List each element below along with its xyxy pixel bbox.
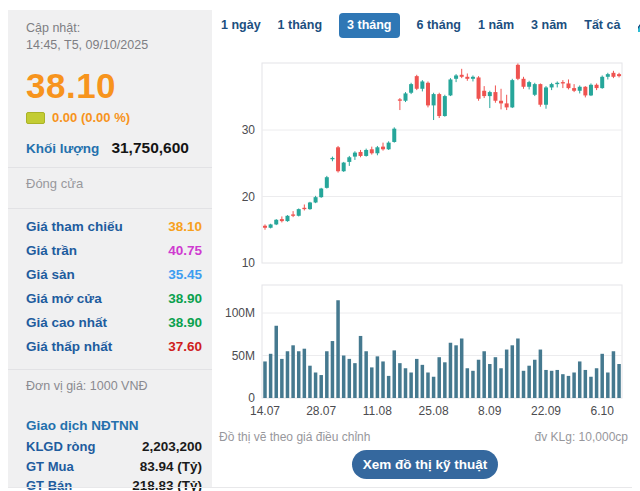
volume-bar bbox=[567, 376, 571, 398]
candle-body bbox=[375, 147, 379, 153]
tab-3-năm[interactable]: 3 năm bbox=[531, 15, 567, 35]
volume-bar bbox=[421, 365, 425, 398]
tab-1-năm[interactable]: 1 năm bbox=[478, 15, 514, 35]
candle-body bbox=[302, 208, 306, 209]
price-axis-label: 20 bbox=[242, 190, 256, 204]
candle-body bbox=[566, 83, 570, 88]
candle-body bbox=[314, 197, 318, 202]
candle-body bbox=[291, 214, 295, 215]
volume-bar bbox=[471, 371, 475, 398]
candle-body bbox=[589, 85, 593, 96]
last-price: 38.10 bbox=[26, 66, 202, 106]
volume-bar bbox=[516, 339, 520, 399]
price-axis-label: 30 bbox=[242, 123, 256, 137]
volume-bar bbox=[269, 354, 273, 398]
reference-color-icon bbox=[26, 112, 45, 124]
volume-bar bbox=[443, 362, 447, 398]
candle-body bbox=[527, 82, 531, 87]
candle-body bbox=[544, 87, 548, 104]
volume-bar bbox=[600, 354, 604, 398]
price-detail-list: Giá tham chiếu38.10Giá trần40.75Giá sàn3… bbox=[26, 209, 202, 359]
volume-bar bbox=[527, 366, 531, 398]
candle-body bbox=[600, 77, 604, 88]
candle-body bbox=[617, 74, 621, 76]
price-row-value: 38.90 bbox=[168, 287, 202, 311]
volume-bar bbox=[376, 356, 380, 398]
candle-body bbox=[269, 224, 273, 227]
price-row-value: 38.90 bbox=[168, 311, 202, 335]
tab-1-tháng[interactable]: 1 tháng bbox=[278, 15, 322, 35]
candle-body bbox=[364, 150, 368, 156]
candle-body bbox=[471, 77, 475, 79]
candle-body bbox=[606, 74, 610, 77]
volume-bar bbox=[511, 345, 515, 398]
table-row: Giá tham chiếu38.10 bbox=[26, 215, 202, 239]
table-row: Giá trần40.75 bbox=[26, 239, 202, 263]
candle-body bbox=[404, 93, 408, 100]
price-row-label: Giá cao nhất bbox=[26, 311, 107, 335]
candle-body bbox=[460, 75, 464, 77]
candle-body bbox=[437, 94, 441, 116]
volume-bar bbox=[291, 345, 295, 398]
candle-body bbox=[454, 75, 458, 78]
volume-bar bbox=[336, 300, 340, 398]
candle-body bbox=[319, 189, 323, 198]
foreign-trading-section: Giao dịch NĐTNN KLGD ròng2,203,200GT Mua… bbox=[26, 415, 202, 491]
candle-body bbox=[583, 87, 587, 96]
candle-body bbox=[342, 163, 346, 172]
candle-body bbox=[522, 79, 526, 87]
candle-body bbox=[561, 82, 565, 83]
candle-body bbox=[443, 96, 447, 116]
tab-3-tháng[interactable]: 3 tháng bbox=[339, 13, 399, 38]
price-row-label: Giá thấp nhất bbox=[26, 335, 112, 359]
candle-body bbox=[488, 92, 492, 96]
volume-bar bbox=[387, 376, 391, 398]
foreign-row-value: 83.94 (Tỷ) bbox=[140, 457, 202, 477]
divider bbox=[8, 487, 632, 488]
volume-bar bbox=[348, 359, 352, 398]
price-row-value: 37.60 bbox=[168, 335, 202, 359]
price-row-label: Giá tham chiếu bbox=[26, 215, 123, 239]
candle-body bbox=[432, 94, 436, 105]
candle-body bbox=[510, 80, 514, 107]
tab-tất-cả[interactable]: Tất cả bbox=[584, 15, 620, 35]
price-row-value: 35.45 bbox=[168, 263, 202, 287]
volume-bar bbox=[370, 367, 374, 398]
volume-bar bbox=[466, 368, 470, 398]
volume-axis-label: 100M bbox=[225, 306, 255, 320]
candle-body bbox=[426, 83, 430, 106]
view-technical-chart-button[interactable]: Xem đồ thị kỹ thuật bbox=[352, 450, 498, 479]
volume-unit-note: đv KLg: 10,000cp bbox=[535, 430, 628, 444]
candle-body bbox=[448, 79, 452, 95]
volume-bar bbox=[359, 336, 363, 398]
volume-bar bbox=[409, 373, 413, 399]
candle-body bbox=[465, 77, 469, 79]
volume-bar bbox=[499, 368, 503, 398]
candle-body bbox=[330, 158, 334, 159]
table-row: Giá cao nhất38.90 bbox=[26, 311, 202, 335]
volume-bar bbox=[404, 368, 408, 398]
price-axis-label: 10 bbox=[242, 256, 256, 270]
volume-bar bbox=[482, 351, 486, 398]
volume-bar bbox=[286, 351, 290, 398]
candle-body bbox=[285, 216, 289, 221]
volume-bar bbox=[561, 374, 565, 398]
x-axis-label: 6.10 bbox=[591, 404, 615, 418]
volume-bar bbox=[488, 364, 492, 398]
period-tabs: 1 ngày1 tháng3 tháng6 tháng1 năm3 nămTất… bbox=[221, 14, 640, 36]
table-row: Giá sàn35.45 bbox=[26, 263, 202, 287]
volume-bar bbox=[432, 377, 436, 398]
volume-bar bbox=[533, 360, 537, 398]
price-change-text: 0.00 (0.00 %) bbox=[52, 110, 130, 125]
volume-bar bbox=[437, 357, 441, 398]
table-row: KLGD ròng2,203,200 bbox=[26, 437, 202, 457]
volume-bar bbox=[314, 373, 318, 399]
volume-bar bbox=[522, 371, 526, 398]
table-row: GT Mua83.94 (Tỷ) bbox=[26, 457, 202, 477]
volume-bar bbox=[426, 373, 430, 399]
candle-body bbox=[398, 99, 402, 100]
tab-1-ngày[interactable]: 1 ngày bbox=[221, 15, 261, 35]
x-axis-label: 14.07 bbox=[250, 404, 280, 418]
price-row-label: Giá sàn bbox=[26, 263, 75, 287]
tab-6-tháng[interactable]: 6 tháng bbox=[417, 15, 461, 35]
